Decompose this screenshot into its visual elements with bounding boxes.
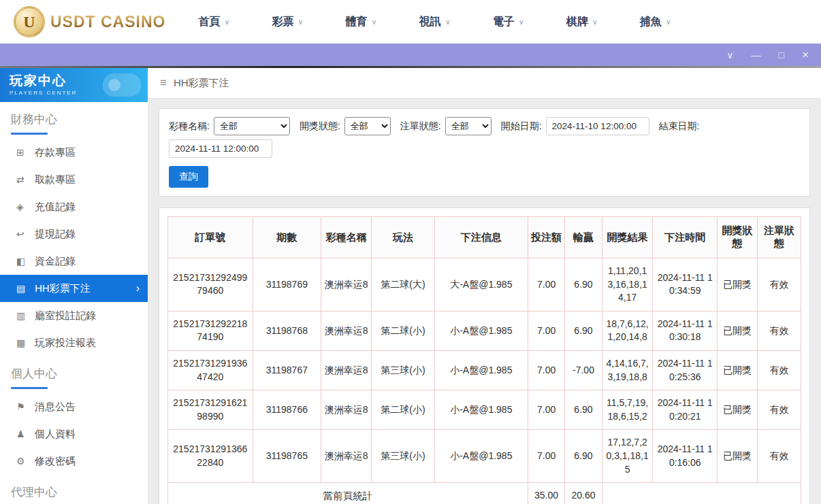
col-draw-status: 開獎狀態 — [718, 217, 758, 258]
page-summary-label: 當前頁統計 — [168, 483, 528, 504]
page-summary-amount: 35.00 — [528, 483, 565, 504]
start-date-label: 開始日期: — [501, 120, 542, 133]
lottery-bets-icon: ▤ — [16, 283, 35, 294]
section-underline — [11, 387, 48, 389]
nav-item-sports[interactable]: 體育 ∨ — [346, 15, 377, 29]
sidebar-item-profile[interactable]: ♟ 個人資料 — [0, 420, 148, 448]
nav-item-home[interactable]: 首頁 ∨ — [198, 15, 229, 29]
bell-icon: ⚑ — [16, 401, 35, 412]
sidebar-item-change-password[interactable]: ⚙ 修改密碼 — [0, 448, 148, 475]
chevron-down-icon: ∨ — [298, 18, 304, 27]
sidebar-item-hh-lottery-bets[interactable]: ▤ HH彩票下注 › — [0, 275, 148, 302]
col-bet-amount: 投注額 — [528, 217, 565, 258]
col-order-status: 注單狀態 — [757, 217, 801, 258]
sidebar-item-recharge-record[interactable]: ◈ 充值記錄 — [0, 193, 148, 220]
chevron-down-icon: ∨ — [372, 18, 377, 27]
chevron-down-icon: ∨ — [224, 18, 229, 27]
lottery-name-select[interactable]: 全部 — [214, 117, 290, 135]
sidebar-item-funds-record[interactable]: ◧ 資金記錄 — [0, 248, 148, 275]
draw-status-select[interactable]: 全部 — [344, 117, 391, 135]
chevron-right-icon: › — [136, 282, 140, 295]
section-personal-center[interactable]: 個人中心 — [0, 356, 148, 393]
search-button[interactable]: 查詢 — [169, 166, 208, 188]
site-logo[interactable]: U USDT CASINO — [14, 6, 165, 37]
nav-item-video[interactable]: 視訊 ∨ — [419, 15, 451, 29]
table-row: 2152173129136622840 31198765 澳洲幸运8 第三球(小… — [168, 430, 801, 483]
window-close-icon[interactable]: × — [802, 49, 809, 61]
col-bet-info: 下注信息 — [434, 217, 528, 258]
top-nav: 首頁 ∨ 彩票 ∨ 體育 ∨ 視訊 ∨ 電子 ∨ 棋牌 ∨ 捕魚 ∨ — [198, 15, 671, 29]
nav-item-fishing[interactable]: 捕魚 ∨ — [640, 15, 671, 29]
window-title-bar: ∨ — □ × — [0, 44, 821, 66]
person-icon: ♟ — [16, 429, 35, 439]
table-row: 2152173129193647420 31198767 澳洲幸运8 第三球(小… — [168, 350, 801, 390]
players-center-header: 玩家中心 PLAYERS CENTER — [0, 68, 148, 102]
filter-panel: 彩種名稱: 全部 開獎狀態: 全部 注單狀態: 全部 開始日期: 結束日期: — [159, 108, 810, 197]
order-status-label: 注單狀態: — [400, 120, 441, 133]
table-row: 2152173129221874190 31198768 澳洲幸运8 第二球(小… — [168, 311, 801, 350]
room-bet-record-icon: ▥ — [16, 310, 35, 321]
window-chevron-icon[interactable]: ∨ — [726, 50, 733, 60]
table-row: 2152173129162198990 31198766 澳洲幸运8 第二球(小… — [168, 390, 801, 430]
bets-table-panel: 訂單號 期數 彩種名稱 玩法 下注信息 投注額 輸贏 開獎結果 下注時間 開獎狀… — [159, 207, 810, 504]
main-content: ≡ HH彩票下注 彩種名稱: 全部 開獎狀態: 全部 注單狀態: 全部 — [148, 68, 821, 504]
section-underline — [11, 133, 48, 135]
nav-item-lottery[interactable]: 彩票 ∨ — [272, 15, 304, 29]
chevron-down-icon: ∨ — [519, 18, 524, 27]
withdraw-icon: ⇄ — [16, 174, 35, 185]
hamburger-icon[interactable]: ≡ — [160, 76, 167, 90]
deposit-icon: ⊞ — [16, 147, 35, 158]
sidebar-item-room-bet-record[interactable]: ▥ 廳室投註記錄 — [0, 302, 148, 329]
logo-emblem-icon: U — [14, 6, 45, 37]
col-order-id: 訂單號 — [168, 217, 253, 258]
start-date-input[interactable] — [546, 117, 649, 135]
nav-item-chess[interactable]: 棋牌 ∨ — [566, 15, 598, 29]
col-play-type: 玩法 — [372, 217, 434, 258]
draw-status-label: 開獎狀態: — [300, 120, 340, 133]
gear-icon: ⚙ — [16, 456, 35, 467]
sidebar-subtitle: PLAYERS CENTER — [10, 90, 148, 96]
chevron-down-icon: ∨ — [592, 18, 598, 27]
sidebar: 玩家中心 PLAYERS CENTER 財務中心 ⊞ 存款專區 ⇄ 取款專區 ◈… — [0, 68, 148, 504]
table-row: 2152173129249979460 31198769 澳洲幸运8 第二球(大… — [168, 258, 801, 312]
section-finance-center[interactable]: 財務中心 — [0, 102, 148, 139]
nav-item-electronic[interactable]: 電子 ∨ — [493, 15, 524, 29]
bets-table: 訂單號 期數 彩種名稱 玩法 下注信息 投注額 輸贏 開獎結果 下注時間 開獎狀… — [167, 216, 801, 504]
order-status-select[interactable]: 全部 — [445, 117, 492, 135]
table-header-row: 訂單號 期數 彩種名稱 玩法 下注信息 投注額 輸贏 開獎結果 下注時間 開獎狀… — [168, 217, 801, 258]
page-title: HH彩票下注 — [174, 77, 229, 90]
window-minimize-icon[interactable]: — — [752, 50, 761, 60]
sidebar-item-deposit[interactable]: ⊞ 存款專區 — [0, 139, 148, 166]
sidebar-item-player-bet-report[interactable]: ▦ 玩家投注報表 — [0, 329, 148, 356]
col-draw-result: 開獎結果 — [602, 217, 652, 258]
col-lottery-name: 彩種名稱 — [321, 217, 372, 258]
recharge-icon: ◈ — [16, 201, 35, 212]
logo-text: USDT CASINO — [50, 13, 165, 31]
breadcrumb: ≡ HH彩票下注 — [148, 68, 821, 99]
section-agent-center[interactable]: 代理中心 — [0, 475, 148, 504]
bet-report-icon: ▦ — [16, 337, 35, 348]
sidebar-item-announcements[interactable]: ⚑ 消息公告 — [0, 393, 148, 420]
end-date-input[interactable] — [169, 139, 272, 158]
end-date-label: 結束日期: — [659, 120, 700, 133]
funds-record-icon: ◧ — [16, 256, 35, 267]
sidebar-item-withdraw[interactable]: ⇄ 取款專區 — [0, 166, 148, 193]
page-summary-winloss: 20.60 — [565, 483, 602, 504]
col-period: 期數 — [253, 217, 321, 258]
chevron-down-icon: ∨ — [666, 18, 671, 27]
lottery-name-label: 彩種名稱: — [169, 120, 210, 133]
col-bet-time: 下注時間 — [653, 217, 718, 258]
sidebar-item-withdrawal-record[interactable]: ↩ 提現記錄 — [0, 220, 148, 248]
withdrawal-record-icon: ↩ — [16, 229, 35, 239]
top-bar: U USDT CASINO 首頁 ∨ 彩票 ∨ 體育 ∨ 視訊 ∨ 電子 ∨ 棋… — [0, 0, 821, 44]
window-maximize-icon[interactable]: □ — [779, 50, 784, 60]
col-win-loss: 輸贏 — [565, 217, 602, 258]
summary-row-page: 當前頁統計 35.00 20.60 — [168, 483, 801, 504]
chevron-down-icon: ∨ — [445, 18, 451, 27]
